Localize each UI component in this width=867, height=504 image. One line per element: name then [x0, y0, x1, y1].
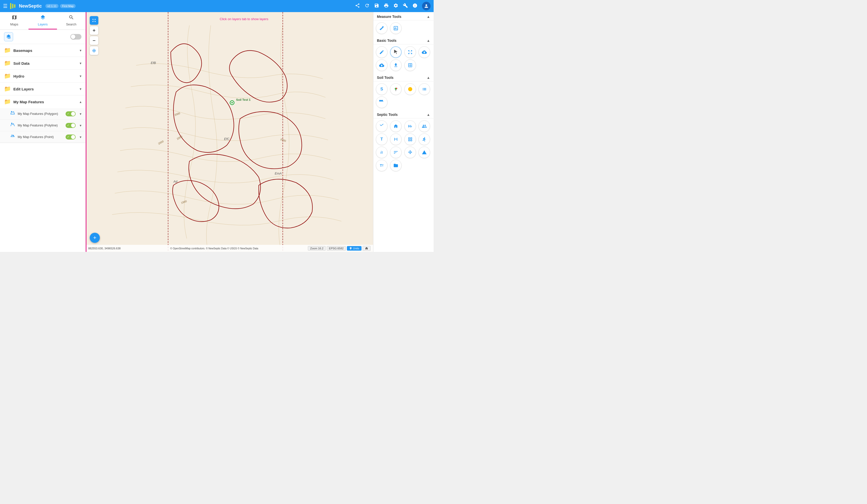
- tab-layers[interactable]: Layers: [29, 12, 57, 30]
- chevron-point: ▾: [80, 135, 82, 139]
- toggle-polyline[interactable]: [66, 123, 76, 128]
- home-button[interactable]: [363, 246, 371, 251]
- settings-icon[interactable]: [393, 3, 398, 9]
- septic-i1-tool[interactable]: i1: [376, 146, 387, 158]
- add-layer-button[interactable]: [4, 32, 13, 41]
- layer-group-my-map-features-header[interactable]: 📁 My Map Features ▴: [0, 96, 85, 108]
- layer-sub-item-polyline[interactable]: My Map Features (Polyline) ▾: [0, 120, 85, 131]
- layer-group-basemaps-header[interactable]: 📁 Basemaps ▾: [0, 44, 85, 57]
- area-tool[interactable]: [390, 22, 402, 34]
- tab-maps[interactable]: Maps: [0, 12, 29, 30]
- map-expand-button[interactable]: [90, 16, 98, 25]
- measure-tools-grid: [373, 20, 434, 36]
- layer-sub-item-polygon[interactable]: My Map Features (Polygon) ▾: [0, 108, 85, 120]
- search-tab-icon: [68, 14, 74, 21]
- layer-group-my-map-features-name: My Map Features: [13, 100, 77, 104]
- layer-group-hydro: 📁 Hydro ▾: [0, 70, 85, 83]
- septic-folder-tool[interactable]: [390, 160, 402, 171]
- fab-add-button[interactable]: +: [90, 233, 100, 243]
- save-icon[interactable]: [374, 3, 379, 9]
- sidebar-tabs: Maps Layers Search: [0, 12, 85, 30]
- app-header: ☰ NewSeptic v2.1.11 First Map: [0, 0, 434, 12]
- layer-group-edit-layers: 📁 Edit Layers ▾: [0, 83, 85, 96]
- user-avatar[interactable]: [422, 2, 431, 10]
- download-cloud-tool[interactable]: [376, 59, 387, 71]
- soil-list-tool[interactable]: [418, 84, 430, 95]
- septic-tools-grid: Hs T i1: [373, 118, 434, 173]
- soil-tools-grid: S: [373, 81, 434, 110]
- soil-s-tool[interactable]: S: [376, 84, 387, 95]
- menu-icon[interactable]: ☰: [3, 3, 8, 9]
- map-svg: EfB EfC Ad EmA 2000 2000 2000 1960 2000 …: [86, 12, 373, 252]
- septic-house-tool[interactable]: [390, 120, 402, 132]
- layers-toggle[interactable]: [70, 34, 82, 40]
- collapse-septic-tools[interactable]: ▲: [427, 112, 430, 117]
- layer-group-edit-layers-name: Edit Layers: [13, 87, 77, 91]
- septic-walk-tool[interactable]: [418, 133, 430, 145]
- map-badge: First Map: [60, 4, 76, 8]
- layer-sub-polyline-label: My Map Features (Polyline): [18, 123, 63, 127]
- septic-move-tool[interactable]: [404, 146, 416, 158]
- upload-cloud-tool[interactable]: [418, 46, 430, 58]
- septic-persons-tool[interactable]: [418, 120, 430, 132]
- zoom-level-button[interactable]: Zoom 16.2: [308, 246, 326, 251]
- layer-group-hydro-header[interactable]: 📁 Hydro ▾: [0, 70, 85, 83]
- soil-extra-tool[interactable]: [376, 97, 387, 108]
- svg-rect-3: [109, 12, 350, 252]
- maps-tab-icon: [12, 14, 17, 21]
- pencil-tool[interactable]: [376, 46, 387, 58]
- section-septic-tools: Septic Tools ▲ Hs T: [373, 110, 434, 173]
- polygon-icon: [10, 111, 15, 117]
- tools-icon[interactable]: [403, 3, 408, 9]
- collapse-basic-tools[interactable]: ▲: [427, 39, 430, 43]
- zoom-in-button[interactable]: +: [90, 26, 98, 35]
- toggle-polygon[interactable]: [66, 111, 76, 116]
- septic-h-tool[interactable]: [390, 133, 402, 145]
- soil-circle-tool[interactable]: [404, 84, 416, 95]
- ruler-tool[interactable]: [376, 22, 387, 34]
- location-button[interactable]: [90, 46, 98, 55]
- sidebar-content: 📁 Basemaps ▾ 📁 Soil Data ▾ 📁 Hydro ▾: [0, 30, 85, 252]
- svg-point-2: [13, 135, 14, 136]
- septic-tt-tool[interactable]: TT: [376, 160, 387, 171]
- tab-search-label: Search: [66, 22, 76, 26]
- app-title: NewSeptic: [19, 3, 42, 9]
- septic-pipe-tool[interactable]: [390, 146, 402, 158]
- epsg-button[interactable]: EPSG:6582: [327, 246, 346, 251]
- chevron-polygon: ▾: [80, 112, 82, 116]
- collapse-measure-tools[interactable]: ▲: [427, 14, 430, 19]
- version-badge: v2.1.11: [45, 4, 58, 8]
- table-select-tool[interactable]: [404, 59, 416, 71]
- layer-sub-item-point[interactable]: My Map Features (Point) ▾: [0, 131, 85, 143]
- info-icon[interactable]: [413, 3, 417, 9]
- basic-tools-grid: [373, 44, 434, 73]
- cursor-tool[interactable]: [390, 46, 402, 58]
- map-attr-controls: Zoom 16.2 EPSG:6582 Units: [308, 246, 371, 251]
- share-icon[interactable]: [355, 3, 360, 9]
- soil-label-ad: Ad: [173, 180, 178, 183]
- septic-triangle-tool[interactable]: [418, 146, 430, 158]
- print-icon[interactable]: [384, 3, 389, 9]
- soil-pin-tool[interactable]: [390, 84, 402, 95]
- refresh-icon[interactable]: [365, 3, 370, 9]
- select-tool[interactable]: [404, 46, 416, 58]
- septic-t-tool[interactable]: T: [376, 133, 387, 145]
- zoom-out-button[interactable]: −: [90, 36, 98, 45]
- soil-tools-label: Soil Tools: [377, 76, 394, 80]
- layer-group-edit-layers-header[interactable]: 📁 Edit Layers ▾: [0, 83, 85, 95]
- septic-hs-tool[interactable]: Hs: [404, 120, 416, 132]
- soil-label-efb: EfB: [151, 61, 156, 65]
- units-button[interactable]: Units: [347, 246, 362, 251]
- septic-grid-tool[interactable]: [404, 133, 416, 145]
- soil-label-ema: EmA: [275, 172, 282, 175]
- section-measure-tools: Measure Tools ▲: [373, 12, 434, 36]
- septic-tool-1[interactable]: [376, 120, 387, 132]
- collapse-soil-tools[interactable]: ▲: [427, 76, 430, 80]
- map-attribution-text: © OpenStreetMap contributors. © NewSepti…: [170, 247, 258, 250]
- import-tool[interactable]: [390, 59, 402, 71]
- layer-sub-my-map-features: My Map Features (Polygon) ▾ My Map Featu…: [0, 108, 85, 143]
- toggle-point[interactable]: [66, 134, 76, 140]
- tab-search[interactable]: Search: [57, 12, 85, 30]
- layer-group-soil-data-header[interactable]: 📁 Soil Data ▾: [0, 57, 85, 69]
- map-area[interactable]: Click on layers tab to show layers: [86, 12, 373, 252]
